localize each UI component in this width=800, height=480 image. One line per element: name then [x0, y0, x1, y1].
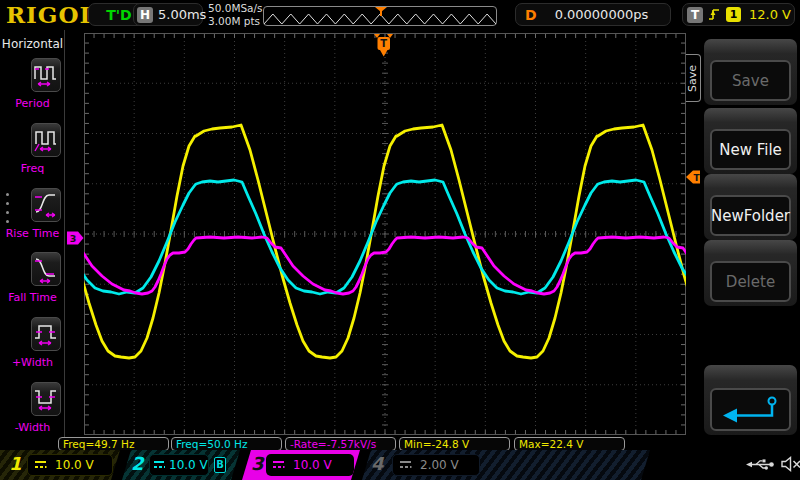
- sample-rate: 50.0MSa/s: [208, 2, 263, 15]
- measurement-min-ch1: Min=-24.8 V: [399, 437, 510, 451]
- measurement-freq-ch2: Freq=50.0 Hz: [171, 437, 282, 451]
- save-button[interactable]: Save: [710, 60, 791, 101]
- trigger-position-mini-icon[interactable]: [375, 7, 387, 16]
- acquisition-info: 50.0MSa/s 3.00M pts: [208, 2, 263, 28]
- measure-item-nwidth-label[interactable]: -Width: [0, 421, 65, 434]
- measure-item-freq-label[interactable]: Freq: [0, 162, 65, 175]
- menu-scroll-dot: [6, 202, 9, 205]
- usb-icon: [746, 457, 774, 472]
- measure-item-risetime-label[interactable]: Rise Time: [0, 227, 65, 240]
- channel3-number: 3: [251, 453, 264, 474]
- channel1-number: 1: [9, 453, 22, 474]
- channel3-scale-box: 10.0 V: [266, 454, 354, 476]
- channel2-number: 2: [131, 453, 144, 474]
- minus-width-icon: [32, 383, 60, 415]
- rising-edge-icon: [708, 7, 721, 22]
- channel3-offset-marker[interactable]: 3: [67, 230, 84, 246]
- channel1-scale-box: 10.0 V: [27, 454, 113, 476]
- plus-width-icon: [32, 318, 60, 350]
- waveform-overview-bar[interactable]: [263, 6, 497, 26]
- menu-scroll-dot: [6, 211, 9, 214]
- channel4-scale: 2.00 V: [420, 458, 459, 472]
- delete-button-block: Delete: [704, 240, 797, 306]
- dc-coupling-icon: [153, 459, 166, 471]
- new-file-button-block: New File: [704, 108, 797, 174]
- waveform-traces: [84, 33, 686, 435]
- back-button-block: [704, 365, 797, 435]
- menu-scroll-dot: [6, 193, 9, 196]
- rigol-logo: RIGOL: [6, 1, 97, 28]
- save-menu-panel: Save Save New File NewFolder Delete: [700, 30, 800, 450]
- trigger-source-badge: 1: [726, 7, 741, 22]
- oscilloscope-screen: RIGOL T'D H 5.00ms 50.0MSa/s 3.00M pts D…: [0, 0, 800, 480]
- measure-item-period-button[interactable]: [31, 58, 61, 92]
- measure-menu-panel: Horizontal Period Freq Rise Time: [0, 30, 65, 450]
- fall-time-icon: [32, 253, 60, 285]
- waveform-display-grid: [84, 33, 686, 435]
- channel2-scale: 10.0 V: [169, 458, 208, 472]
- trigger-status-text: T'D: [106, 7, 131, 23]
- back-button[interactable]: [710, 388, 791, 431]
- dc-coupling-icon: [271, 459, 286, 471]
- measurement-max-ch1: Max=22.4 V: [514, 437, 625, 451]
- period-icon: [32, 59, 60, 91]
- t-key-label: T: [687, 7, 703, 23]
- channel4-status[interactable]: 4 2.00 V: [362, 450, 650, 480]
- trigger-level-value: 12.0 V: [749, 7, 791, 22]
- measure-item-nwidth-button[interactable]: [31, 382, 61, 416]
- trigger-info-box[interactable]: T 1 12.0 V: [682, 3, 795, 26]
- measure-item-period-label[interactable]: Period: [0, 97, 65, 110]
- new-folder-button[interactable]: NewFolder: [710, 195, 791, 236]
- measure-menu-title: Horizontal: [0, 37, 65, 51]
- rise-time-icon: [32, 189, 60, 221]
- save-button-block: Save: [704, 39, 797, 105]
- speaker-muted-icon: [780, 456, 800, 472]
- channel2-scale-box: 10.0 V: [149, 454, 209, 476]
- channel-status-bar: 1 10.0 V 2 10.0 V B 3: [0, 450, 800, 480]
- freq-icon: [32, 124, 60, 156]
- measure-item-freq-button[interactable]: [31, 123, 61, 157]
- timebase-value: 5.00ms: [158, 7, 206, 22]
- new-folder-button-block: NewFolder: [704, 174, 797, 240]
- measure-item-risetime-button[interactable]: [31, 188, 61, 222]
- bandwidth-limit-icon: B: [214, 457, 226, 473]
- measure-item-falltime-button[interactable]: [31, 252, 61, 286]
- top-status-bar: RIGOL T'D H 5.00ms 50.0MSa/s 3.00M pts D…: [0, 0, 800, 30]
- measure-item-falltime-label[interactable]: Fall Time: [0, 291, 65, 304]
- svg-text:3: 3: [70, 233, 77, 244]
- channel1-status[interactable]: 1 10.0 V: [0, 450, 120, 480]
- trigger-position-marker[interactable]: T: [374, 34, 394, 58]
- channel3-status[interactable]: 3 10.0 V: [242, 450, 360, 480]
- dc-coupling-icon: [33, 459, 48, 471]
- delay-value: 0.00000000ps: [555, 7, 649, 22]
- svg-text:T: T: [380, 38, 387, 49]
- horizontal-timebase-box[interactable]: H 5.00ms: [133, 3, 203, 26]
- d-label: D: [525, 7, 537, 23]
- dc-coupling-icon: [398, 459, 413, 471]
- trigger-delay-box[interactable]: D 0.00000000ps: [515, 3, 671, 26]
- measurement-freq-ch1: Freq=49.7 Hz: [58, 437, 169, 451]
- channel1-scale: 10.0 V: [55, 458, 94, 472]
- h-key-label: H: [137, 7, 153, 23]
- memory-depth: 3.00M pts: [208, 15, 263, 28]
- measurement-rate-ch3: -Rate=-7.57kV/s: [285, 437, 396, 451]
- channel4-number: 4: [371, 453, 384, 474]
- enter-arrow-icon: [720, 394, 782, 426]
- new-file-button[interactable]: New File: [710, 129, 791, 170]
- save-menu-tab: Save: [686, 54, 701, 102]
- system-status-icons: [746, 456, 800, 472]
- measure-item-pwidth-label[interactable]: +Width: [0, 356, 65, 369]
- channel3-scale: 10.0 V: [293, 458, 332, 472]
- delete-button[interactable]: Delete: [710, 261, 791, 302]
- channel4-scale-box: 2.00 V: [392, 454, 480, 476]
- measure-item-pwidth-button[interactable]: [31, 317, 61, 351]
- channel2-status[interactable]: 2 10.0 V B: [122, 450, 240, 480]
- menu-scroll-dot: [6, 220, 9, 223]
